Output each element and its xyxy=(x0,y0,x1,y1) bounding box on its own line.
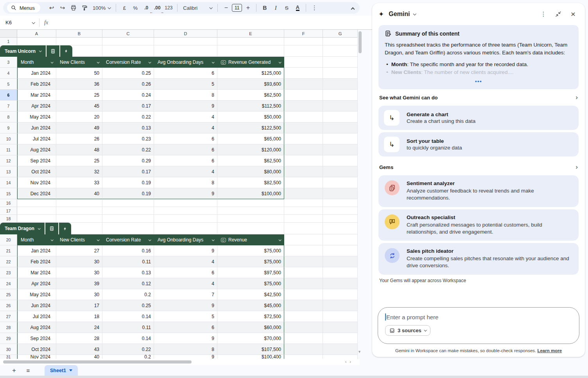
table-name[interactable]: Team Unicorn xyxy=(0,45,46,57)
cell[interactable] xyxy=(284,144,323,155)
table-header-cell[interactable]: Avg Onboarding Days xyxy=(154,57,217,68)
chevron-down-icon[interactable] xyxy=(51,61,54,63)
cell[interactable] xyxy=(323,256,358,267)
cell[interactable]: 0.12 xyxy=(102,278,154,289)
cell[interactable]: 39 xyxy=(56,278,102,289)
cell[interactable] xyxy=(284,256,323,267)
see-gemini-link[interactable]: See what Gemini can do › xyxy=(378,89,579,106)
chevron-down-icon[interactable] xyxy=(279,61,281,63)
cell[interactable]: 40 xyxy=(56,188,102,199)
cell[interactable] xyxy=(284,101,323,112)
spreadsheet-grid[interactable]: ABCDEFG12Team Unicorn3MonthNew ClientsCo… xyxy=(0,30,358,359)
cell[interactable]: 0.22 xyxy=(102,144,154,155)
cell[interactable]: $60,000 xyxy=(217,322,284,333)
table-header-cell[interactable]: Conversion Rate xyxy=(102,57,154,68)
scroll-down-icon[interactable]: ▼ xyxy=(358,350,361,354)
cell[interactable] xyxy=(284,57,323,68)
cell[interactable] xyxy=(154,199,217,207)
cell[interactable]: $62,500 xyxy=(217,155,284,166)
cell[interactable] xyxy=(154,207,217,215)
cell[interactable] xyxy=(154,215,217,223)
cell[interactable]: 27 xyxy=(56,245,102,256)
summary-card[interactable]: Summary of this content This spreadsheet… xyxy=(378,25,579,89)
cell[interactable] xyxy=(284,300,323,311)
cell[interactable] xyxy=(217,223,284,234)
cell[interactable]: 20 xyxy=(56,112,102,122)
row-header[interactable]: 4 xyxy=(0,68,17,79)
cell[interactable]: Jun 2024 xyxy=(17,300,56,311)
row-header[interactable]: 27 xyxy=(0,311,17,322)
cell[interactable] xyxy=(323,122,358,133)
chevron-down-icon[interactable] xyxy=(149,238,151,241)
table-calculate-button[interactable] xyxy=(46,45,59,57)
cell[interactable] xyxy=(284,199,323,207)
cell[interactable] xyxy=(284,215,323,223)
cell[interactable]: $82,500 xyxy=(217,177,284,188)
cell[interactable] xyxy=(323,322,358,333)
bold-button[interactable]: B xyxy=(260,3,270,13)
cell[interactable]: 36 xyxy=(56,79,102,90)
zoom-select[interactable]: 100% xyxy=(90,5,113,11)
column-header[interactable]: E xyxy=(217,30,284,38)
chevron-down-icon[interactable] xyxy=(51,238,54,241)
more-options-icon[interactable]: ⋮ xyxy=(538,9,549,20)
cell[interactable]: 6 xyxy=(154,68,217,79)
cell[interactable] xyxy=(56,215,102,223)
cell[interactable] xyxy=(323,90,358,101)
cell[interactable] xyxy=(217,45,284,57)
cell[interactable]: Apr 2024 xyxy=(17,101,56,112)
percent-format-button[interactable]: % xyxy=(130,3,140,13)
cell[interactable]: $75,000 xyxy=(217,245,284,256)
cell[interactable]: Feb 2024 xyxy=(17,79,56,90)
cell[interactable]: 0.29 xyxy=(102,155,154,166)
cell[interactable] xyxy=(323,79,358,90)
cell[interactable]: Nov 2024 xyxy=(17,177,56,188)
cell[interactable]: 6 xyxy=(154,267,217,278)
cell[interactable]: 0.25 xyxy=(102,300,154,311)
decrease-decimals-button[interactable]: .0← xyxy=(141,3,151,13)
cell[interactable] xyxy=(284,122,323,133)
cell[interactable]: 0.14 xyxy=(102,333,154,344)
cell[interactable] xyxy=(284,289,323,300)
cell[interactable] xyxy=(323,188,358,199)
column-header[interactable]: B xyxy=(56,30,102,38)
cell[interactable]: 30 xyxy=(56,289,102,300)
column-header[interactable]: G xyxy=(323,30,358,38)
cell[interactable]: 25 xyxy=(56,90,102,101)
cell[interactable]: 9 xyxy=(154,101,217,112)
cell[interactable]: $62,500 xyxy=(217,90,284,101)
cell[interactable]: $75,000 xyxy=(217,256,284,267)
scrollbar-thumb[interactable] xyxy=(3,360,192,364)
cell[interactable] xyxy=(323,68,358,79)
row-header[interactable]: 15 xyxy=(0,188,17,199)
cell[interactable] xyxy=(154,223,217,234)
cell[interactable]: Mar 2024 xyxy=(17,267,56,278)
cell[interactable]: 6 xyxy=(154,322,217,333)
cell[interactable] xyxy=(323,344,358,355)
table-header-cell[interactable]: Revenue Generated xyxy=(217,57,284,68)
cell[interactable]: Jun 2024 xyxy=(17,122,56,133)
cell[interactable] xyxy=(284,207,323,215)
cell[interactable] xyxy=(323,101,358,112)
cell[interactable]: 0.24 xyxy=(102,90,154,101)
chevron-down-icon[interactable] xyxy=(97,238,100,241)
cell[interactable]: 30 xyxy=(56,267,102,278)
cell[interactable] xyxy=(284,223,323,234)
cell[interactable]: Sep 2024 xyxy=(17,333,56,344)
gem-card[interactable]: Sentiment analyzerAnalyze customer feedb… xyxy=(378,175,579,207)
cell[interactable]: $125,000 xyxy=(217,68,284,79)
cell[interactable]: $45,000 xyxy=(217,300,284,311)
cell[interactable]: Jul 2024 xyxy=(17,133,56,144)
table-header-cell[interactable]: New Clients xyxy=(56,234,102,245)
cell[interactable]: 0.22 xyxy=(102,344,154,355)
cell[interactable]: 0.17 xyxy=(102,166,154,177)
cell[interactable] xyxy=(284,188,323,199)
cell[interactable] xyxy=(284,177,323,188)
select-all-corner[interactable] xyxy=(0,30,17,38)
table-tools-button[interactable] xyxy=(59,45,72,57)
cell[interactable] xyxy=(17,215,56,223)
paint-format-button[interactable] xyxy=(79,3,90,13)
cell[interactable]: 0.26 xyxy=(102,79,154,90)
cell[interactable]: $70,000 xyxy=(217,333,284,344)
cell[interactable]: $72,500 xyxy=(217,311,284,322)
